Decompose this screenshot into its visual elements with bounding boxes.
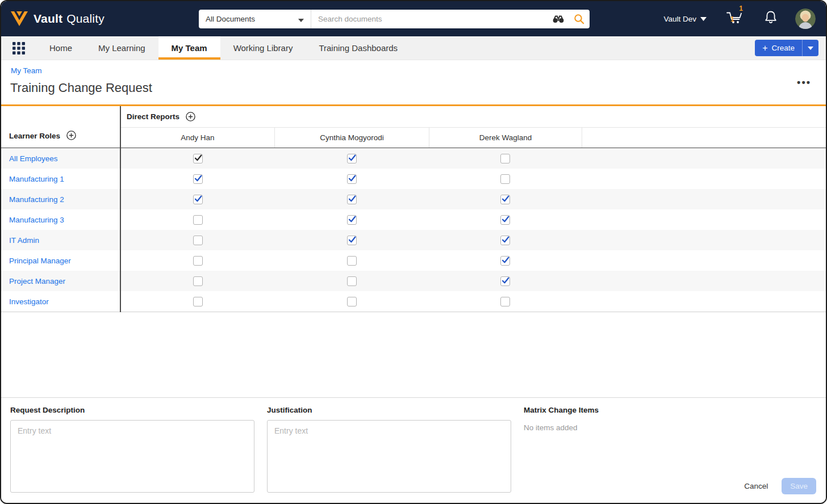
matrix-cell — [274, 297, 429, 306]
footer-actions: Cancel Save — [744, 478, 816, 494]
search-scope-selector[interactable]: All Documents — [199, 10, 311, 28]
top-bar: Vault Quality All Documents — [1, 1, 826, 36]
cancel-button[interactable]: Cancel — [744, 482, 768, 490]
matrix-cell — [429, 256, 582, 266]
matrix-checkbox[interactable] — [500, 195, 510, 204]
cart-inner-count: 1 — [730, 15, 734, 23]
matrix-axis-separator — [120, 106, 121, 312]
request-footer: Request Description Justification Matrix… — [1, 397, 826, 503]
topbar-right: Vault Dev 1 1 — [663, 9, 816, 29]
brand-name: Vault — [34, 12, 62, 26]
cart-icon[interactable]: 1 1 — [726, 10, 744, 27]
row-axis-label: Learner Roles — [9, 132, 60, 140]
matrix-checkbox[interactable] — [347, 195, 357, 204]
matrix-cell — [274, 276, 429, 286]
matrix-checkbox[interactable] — [347, 256, 357, 266]
vault-selector-label: Vault Dev — [663, 15, 696, 23]
column-axis-header: Direct Reports Andy HanCynthia Mogyorodi… — [121, 106, 826, 148]
matrix-checkbox[interactable] — [347, 215, 357, 225]
matrix-cell — [121, 195, 274, 204]
learner-role-link[interactable]: All Employees — [1, 154, 121, 163]
nav-bar: HomeMy LearningMy TeamWorking LibraryTra… — [1, 36, 826, 60]
breadcrumb[interactable]: My Team — [11, 66, 42, 75]
column-axis-label: Direct Reports — [127, 112, 179, 121]
learner-role-link[interactable]: Manufacturing 1 — [1, 175, 121, 183]
search-input[interactable] — [311, 10, 549, 28]
matrix-cell — [429, 297, 582, 306]
column-header-derek-wagland: Derek Wagland — [429, 128, 582, 148]
matrix-cell — [274, 236, 429, 245]
matrix-checkbox[interactable] — [193, 276, 203, 286]
app-window: Vault Quality All Documents — [0, 0, 827, 504]
add-direct-report-button[interactable] — [186, 112, 195, 121]
search-icon[interactable] — [568, 10, 590, 28]
app-grid-icon[interactable] — [1, 36, 36, 60]
matrix-checkbox[interactable] — [347, 154, 357, 163]
learner-role-link[interactable]: Project Manager — [1, 277, 121, 285]
matrix-cell — [121, 297, 274, 306]
create-button[interactable]: + Create — [755, 40, 818, 56]
learner-role-link[interactable]: Manufacturing 2 — [1, 195, 121, 204]
matrix-checkbox[interactable] — [500, 297, 510, 306]
matrix-checkbox[interactable] — [500, 236, 510, 245]
matrix-checkbox[interactable] — [347, 276, 357, 286]
matrix-checkbox[interactable] — [193, 174, 203, 184]
matrix-checkbox[interactable] — [347, 236, 357, 245]
tab-working-library[interactable]: Working Library — [220, 36, 306, 60]
search-bar: All Documents — [199, 10, 590, 28]
matrix-checkbox[interactable] — [193, 256, 203, 266]
avatar[interactable] — [795, 9, 816, 29]
tab-training-dashboards[interactable]: Training Dashboards — [306, 36, 411, 60]
matrix-cell — [121, 174, 274, 184]
matrix-checkbox[interactable] — [347, 174, 357, 184]
table-row: Project Manager — [1, 271, 826, 291]
learner-role-link[interactable]: Manufacturing 3 — [1, 216, 121, 224]
bell-icon[interactable] — [763, 10, 778, 28]
matrix-change-items-empty: No items added — [524, 423, 817, 432]
table-row: Principal Manager — [1, 250, 826, 271]
plus-icon: + — [762, 44, 767, 53]
justification-label: Justification — [267, 406, 511, 414]
matrix-cell — [121, 154, 274, 163]
table-row: Investigator — [1, 291, 826, 312]
matrix-checkbox[interactable] — [500, 215, 510, 225]
tab-my-learning[interactable]: My Learning — [85, 36, 158, 60]
matrix-checkbox[interactable] — [193, 236, 203, 245]
matrix-cell — [274, 256, 429, 266]
ellipsis-menu-icon[interactable]: ••• — [797, 77, 811, 87]
tab-my-team[interactable]: My Team — [158, 36, 220, 60]
caret-down-icon — [700, 17, 707, 21]
request-description-input[interactable] — [10, 420, 254, 493]
matrix-names-row: Andy HanCynthia MogyorodiDerek Wagland — [121, 127, 826, 148]
add-learner-role-button[interactable] — [66, 131, 76, 140]
matrix-checkbox[interactable] — [193, 215, 203, 225]
justification-input[interactable] — [267, 420, 511, 493]
brand-app: Quality — [66, 12, 105, 26]
learner-role-link[interactable]: Principal Manager — [1, 257, 121, 265]
content-spacer — [1, 312, 826, 397]
table-row: IT Admin — [1, 230, 826, 250]
page-header: My Team Training Change Request ••• — [1, 60, 826, 104]
matrix-cell — [121, 215, 274, 225]
create-button-main[interactable]: + Create — [755, 40, 803, 56]
matrix-checkbox[interactable] — [500, 276, 510, 286]
matrix-checkbox[interactable] — [500, 154, 510, 163]
matrix-checkbox[interactable] — [500, 174, 510, 184]
matrix-checkbox[interactable] — [193, 195, 203, 204]
tab-home[interactable]: Home — [36, 36, 85, 60]
matrix-checkbox[interactable] — [347, 297, 357, 306]
matrix-cell — [274, 174, 429, 184]
matrix-checkbox[interactable] — [500, 256, 510, 266]
learner-role-link[interactable]: IT Admin — [1, 236, 121, 245]
save-button[interactable]: Save — [782, 478, 816, 494]
matrix-checkbox[interactable] — [193, 297, 203, 306]
matrix-cell — [429, 154, 582, 163]
binoculars-icon[interactable] — [549, 10, 568, 28]
matrix-checkbox[interactable] — [193, 154, 203, 163]
create-dropdown-button[interactable] — [803, 40, 818, 56]
matrix-cell — [429, 276, 582, 286]
table-row: Manufacturing 2 — [1, 189, 826, 209]
table-row: Manufacturing 1 — [1, 169, 826, 189]
learner-role-link[interactable]: Investigator — [1, 297, 121, 306]
vault-selector[interactable]: Vault Dev — [663, 15, 707, 23]
